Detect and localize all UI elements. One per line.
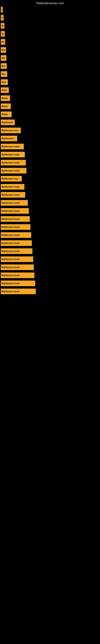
bar-item: Bottleneck result [1,288,36,294]
bar-label: Bottleneck result [1,250,19,252]
bar-item: Bottleneck result [1,216,30,222]
bar-label: Bot [1,73,5,75]
bar-item: Bo [1,39,5,45]
bar-row: Bottleneck result [0,199,100,207]
bar-item: Bo [1,31,5,37]
bar-item: Bot [1,47,6,53]
bar-row: Bottleneck result [0,142,100,150]
bar-row: Bottle [0,102,100,110]
bar-label: Bo [1,24,3,27]
bar-row: Bottleneck result [0,223,100,231]
bar-label: Bottleneck result [1,226,19,228]
bar-item: Bottleneck result [1,168,26,174]
bar-label: Bottleneck r [1,137,14,140]
bar-label: Bo [1,32,4,35]
bar-item: Bottleneck result [1,272,34,278]
bar-row: Bot [0,46,100,54]
bar-row: Bottleneck result [0,183,100,191]
bar-row: Bottleneck result [0,150,100,158]
bar-item: Bot [1,71,7,77]
bar-row: Bo [0,38,100,46]
bar-label: Bottle [1,97,8,100]
bar-item: Bottleneck result [1,232,31,238]
bar-label: Bottleneck resu [1,129,18,132]
bar-label: Bottleneck result [1,162,19,164]
bar-label: Bottle [1,113,8,116]
bar-item: B [1,7,3,12]
bar-row: Bottleneck result [0,215,100,223]
bar-item: Bottleneck [1,120,15,125]
bar-row: Bottleneck result [0,191,100,199]
bar-item: Bottl [1,87,9,93]
bar-label: B [1,8,2,11]
bar-row: Bottleneck result [0,247,100,255]
bar-label: Bottleneck result [1,170,19,172]
bar-row: Bottleneck r [0,134,100,142]
bar-row: Bottle [0,94,100,102]
bar-label: Bott [1,81,6,83]
bar-item: Bottleneck r [1,136,17,141]
bar-label: Bottleneck result [1,194,19,196]
bar-label: Bo [1,41,4,43]
bar-item: Bottle [1,104,11,109]
bar-label: Bottle [1,105,8,108]
bar-row: Bot [0,54,100,62]
bar-row: B [0,14,100,22]
bar-label: Bottleneck result [1,186,19,188]
bar-row: Bottle [0,110,100,118]
bar-row: Bottleneck result [0,288,100,296]
bar-row: B [0,6,100,14]
bar-label: Bottleneck result [1,282,19,284]
bar-item: Bottleneck result [1,192,25,198]
bar-label: Bottleneck result [1,218,19,220]
bar-row: Bott [0,78,100,86]
bar-row: Bottleneck result [0,263,100,271]
bar-item: Bottleneck result [1,280,35,286]
bar-item: Bottle [1,112,12,117]
bar-item: Bott [1,79,8,85]
bar-label: Bottl [1,89,7,91]
bar-label: Bottleneck result [1,258,19,260]
site-title: TheBottlenecker.com [0,0,100,6]
bar-row: Bottleneck result [0,167,100,175]
bar-label: Bottleneck result [1,266,19,268]
bar-item: Bottleneck result [1,200,28,206]
bar-label: Bottleneck result [1,153,19,156]
bar-row: Bo [0,30,100,38]
bar-item: B [1,15,3,20]
bar-item: Bottleneck result [1,248,32,254]
bar-label: Bottleneck result [1,242,19,244]
bar-item: Bot [1,63,7,69]
bar-label: Bottleneck result [1,145,19,148]
bar-label: Bottleneck result [1,274,19,276]
bar-row: Bottleneck result [0,279,100,288]
bar-item: Bottleneck result [1,264,34,270]
bar-label: Bot [1,49,5,51]
bar-row: Bottleneck resu [0,175,100,183]
bar-item: Bottleneck result [1,144,24,149]
bar-item: Bottleneck resu [1,176,22,182]
bar-row: Bottl [0,86,100,94]
bar-item: Bottleneck result [1,184,24,190]
bar-item: Bottleneck result [1,208,29,214]
bar-row: Bottleneck result [0,158,100,167]
bar-label: Bottleneck [1,121,13,124]
bar-row: Bottleneck result [0,255,100,263]
bar-label: Bottleneck result [1,210,19,212]
bar-label: Bottleneck result [1,202,19,204]
bar-row: Bo [0,22,100,30]
bar-label: Bottleneck result [1,290,19,292]
bar-label: B [1,16,3,19]
bar-row: Bottleneck result [0,239,100,247]
bar-row: Bot [0,62,100,70]
bar-item: Bottleneck resu [1,128,21,133]
bar-row: Bottleneck resu [0,126,100,134]
bar-item: Bot [1,55,6,61]
bar-label: Bottleneck result [1,234,19,236]
bar-row: Bottleneck result [0,231,100,239]
bar-row: Bottleneck result [0,271,100,279]
bar-item: Bottleneck result [1,160,26,166]
bar-item: Bottle [1,96,10,101]
bar-label: Bottleneck resu [1,178,18,180]
bar-row: Bottleneck result [0,207,100,215]
